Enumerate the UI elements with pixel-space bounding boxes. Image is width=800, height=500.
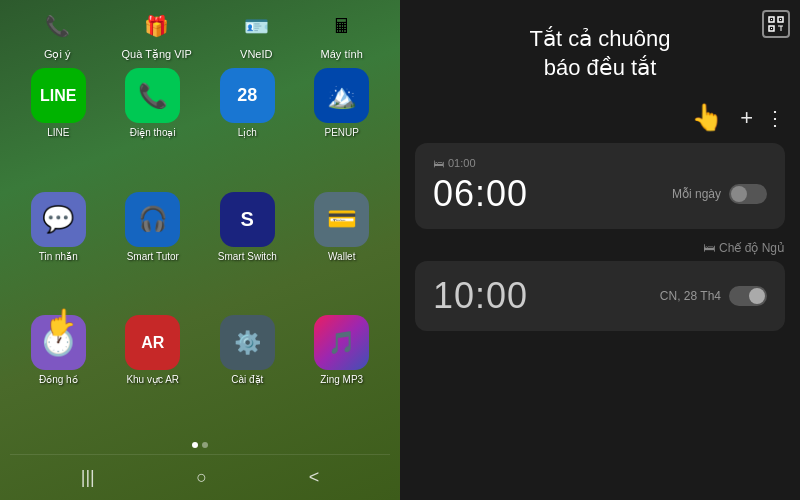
settings-label: Cài đặt — [231, 374, 263, 385]
settings-icon: ⚙️ — [220, 315, 275, 370]
alarm-card-2[interactable]: 10:00 CN, 28 Th4 — [415, 261, 785, 331]
calendar-icon: 28 — [220, 68, 275, 123]
goiy-icon: 📞 — [37, 6, 77, 46]
line-label: LINE — [47, 127, 69, 138]
alarm-actions: 👆 + ⋮ — [415, 102, 785, 133]
alarm-1-toggle[interactable] — [729, 184, 767, 204]
alarm-header-line2: báo đều tắt — [544, 55, 657, 80]
dot-1 — [192, 442, 198, 448]
alarm-2-time: 10:00 — [433, 275, 528, 317]
toggle-1-knob — [731, 186, 747, 202]
zing-icon: 🎵 — [314, 315, 369, 370]
goiy-label: Gọi ý — [44, 48, 71, 61]
sleep-mode-label: 🛏 Chế độ Ngủ — [415, 241, 785, 255]
left-panel: 📞 Gọi ý 🎁 Quà Tặng VIP 🪪 VNeID 🖩 Máy tín… — [0, 0, 400, 500]
topbar-item-goiy[interactable]: 📞 Gọi ý — [37, 6, 77, 61]
right-panel: Tắt cả chuông báo đều tắt 👆 + ⋮ 🛏 01:00 … — [400, 0, 800, 500]
app-smartswitch[interactable]: S Smart Switch — [204, 192, 291, 308]
phone-label: Điện thoại — [130, 127, 176, 138]
calendar-label: Lịch — [238, 127, 257, 138]
app-tutor[interactable]: 🎧 Smart Tutor — [110, 192, 197, 308]
penup-label: PENUP — [325, 127, 359, 138]
alarm-1-repeat: Mỗi ngày — [672, 187, 721, 201]
toggle-2-knob — [749, 288, 765, 304]
zing-label: Zing MP3 — [320, 374, 363, 385]
app-penup[interactable]: 🏔️ PENUP — [299, 68, 386, 184]
alarm-2-repeat: CN, 28 Th4 — [660, 289, 721, 303]
nav-home[interactable]: ○ — [181, 463, 222, 492]
wallet-label: Wallet — [328, 251, 355, 262]
clock-label: Đồng hồ — [39, 374, 78, 385]
app-settings[interactable]: ⚙️ Cài đặt — [204, 315, 291, 431]
app-grid: LINE LINE 📞 Điện thoại 28 Lịch 🏔️ PENUP — [10, 63, 390, 436]
app-ar[interactable]: AR Khu vực AR — [110, 315, 197, 431]
alarm-1-sub: 🛏 01:00 — [433, 157, 767, 169]
hand-area: 👆 — [691, 102, 728, 133]
maytinh-icon: 🖩 — [322, 6, 362, 46]
sleep-icon: 🛏 — [703, 241, 715, 255]
alarm-1-row: 06:00 Mỗi ngày — [433, 173, 767, 215]
sleep-text: Chế độ Ngủ — [719, 241, 785, 255]
dot-2 — [202, 442, 208, 448]
tutor-label: Smart Tutor — [127, 251, 179, 262]
alarm-1-duration: 01:00 — [448, 157, 476, 169]
vip-label: Quà Tặng VIP — [122, 48, 192, 61]
alarm-2-toggle[interactable] — [729, 286, 767, 306]
more-options-button[interactable]: ⋮ — [765, 106, 785, 130]
svg-rect-5 — [771, 28, 772, 29]
topbar-item-vneid[interactable]: 🪪 VNeID — [236, 6, 276, 61]
nav-recent[interactable]: ||| — [66, 463, 110, 492]
app-calendar[interactable]: 28 Lịch — [204, 68, 291, 184]
hand-cursor-right: 👆 — [691, 102, 723, 132]
app-wallet[interactable]: 💳 Wallet — [299, 192, 386, 308]
ar-label: Khu vực AR — [126, 374, 179, 385]
line-icon: LINE — [31, 68, 86, 123]
alarm-card-1[interactable]: 🛏 01:00 06:00 Mỗi ngày — [415, 143, 785, 229]
vneid-icon: 🪪 — [236, 6, 276, 46]
ar-icon: AR — [125, 315, 180, 370]
svg-rect-4 — [780, 19, 781, 20]
smartswitch-icon: S — [220, 192, 275, 247]
alarm-2-controls: CN, 28 Th4 — [660, 286, 767, 306]
message-icon: 💬 — [31, 192, 86, 247]
topbar-item-vip[interactable]: 🎁 Quà Tặng VIP — [122, 6, 192, 61]
alarm-header: Tắt cả chuông báo đều tắt — [415, 25, 785, 82]
tutor-icon: 🎧 — [125, 192, 180, 247]
nav-buttons: ||| ○ < — [10, 454, 390, 500]
alarm-1-time: 06:00 — [433, 173, 528, 215]
phone-icon: 📞 — [125, 68, 180, 123]
app-zing[interactable]: 🎵 Zing MP3 — [299, 315, 386, 431]
svg-rect-3 — [771, 19, 772, 20]
page-dots — [10, 436, 390, 454]
alarm-header-line1: Tắt cả chuông — [530, 26, 671, 51]
nav-back[interactable]: < — [294, 463, 335, 492]
message-label: Tin nhắn — [39, 251, 78, 262]
maytinh-label: Máy tính — [321, 48, 363, 60]
scan-icon[interactable] — [762, 10, 790, 38]
alarm-2-row: 10:00 CN, 28 Th4 — [433, 275, 767, 317]
wallet-icon: 💳 — [314, 192, 369, 247]
hand-cursor-left: 👆 — [45, 307, 77, 338]
penup-icon: 🏔️ — [314, 68, 369, 123]
alarm-1-bed-icon: 🛏 — [433, 157, 444, 169]
add-alarm-button[interactable]: + — [740, 105, 753, 131]
smartswitch-label: Smart Switch — [218, 251, 277, 262]
app-message[interactable]: 💬 Tin nhắn — [15, 192, 102, 308]
topbar-item-maytinh[interactable]: 🖩 Máy tính — [321, 6, 363, 61]
vip-icon: 🎁 — [137, 6, 177, 46]
app-line[interactable]: LINE LINE — [15, 68, 102, 184]
vneid-label: VNeID — [240, 48, 272, 60]
alarm-1-controls: Mỗi ngày — [672, 184, 767, 204]
app-clock[interactable]: 🕐 Đồng hồ 👆 — [15, 315, 102, 431]
app-phone[interactable]: 📞 Điện thoại — [110, 68, 197, 184]
topbar-row: 📞 Gọi ý 🎁 Quà Tặng VIP 🪪 VNeID 🖩 Máy tín… — [10, 0, 390, 63]
